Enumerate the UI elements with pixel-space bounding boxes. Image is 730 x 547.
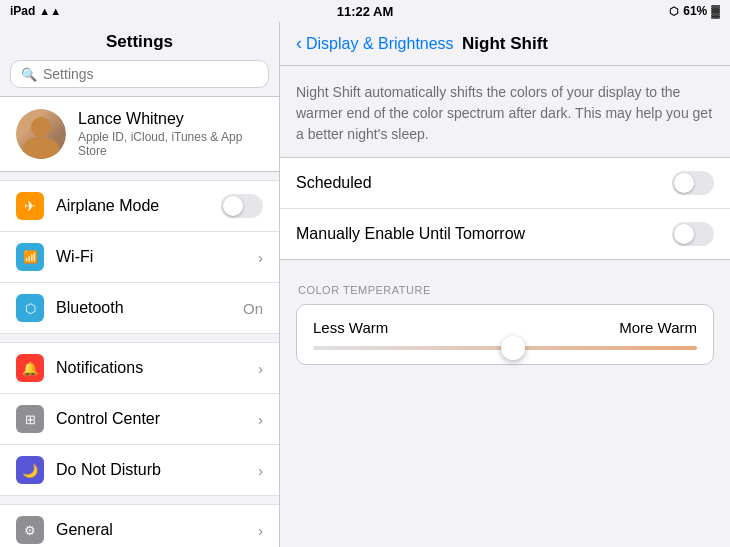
manually-label: Manually Enable Until Tomorrow <box>296 225 662 243</box>
sidebar-item-wifi[interactable]: 📶 Wi-Fi › <box>0 232 279 283</box>
wifi-chevron: › <box>258 249 263 266</box>
temperature-slider-thumb[interactable] <box>501 336 525 360</box>
settings-group-2: 🔔 Notifications › ⊞ Control Center › 🌙 D… <box>0 342 279 496</box>
bluetooth-label: ⬡ <box>669 5 679 18</box>
settings-group-3: ⚙ General › AA Display & Brightness <box>0 504 279 547</box>
sidebar: Settings 🔍 Lance Whitney Apple ID, iClou… <box>0 22 280 547</box>
search-icon: 🔍 <box>21 67 37 82</box>
wifi-label: Wi-Fi <box>56 248 246 266</box>
scheduled-row[interactable]: Scheduled <box>280 158 730 208</box>
search-input[interactable] <box>43 66 258 82</box>
wifi-icon-item: 📶 <box>16 243 44 271</box>
notifications-label: Notifications <box>56 359 246 377</box>
back-button[interactable]: ‹ Display & Brightness <box>296 33 454 54</box>
airplane-icon: ✈ <box>16 192 44 220</box>
notifications-icon: 🔔 <box>16 354 44 382</box>
scheduled-label: Scheduled <box>296 174 662 192</box>
bluetooth-label: Bluetooth <box>56 299 231 317</box>
user-subtitle: Apple ID, iCloud, iTunes & App Store <box>78 130 263 158</box>
color-temperature-section: COLOR TEMPERATURE Less Warm More Warm <box>280 284 730 365</box>
ipad-label: iPad <box>10 4 35 18</box>
temp-labels: Less Warm More Warm <box>313 319 697 336</box>
sidebar-item-bluetooth[interactable]: ⬡ Bluetooth On <box>0 283 279 334</box>
bluetooth-icon-item: ⬡ <box>16 294 44 322</box>
sidebar-item-general[interactable]: ⚙ General › <box>0 504 279 547</box>
search-bar[interactable]: 🔍 <box>10 60 269 88</box>
general-label: General <box>56 521 246 539</box>
temperature-slider-track[interactable] <box>313 346 697 350</box>
battery-percent: 61% <box>683 4 707 18</box>
general-icon: ⚙ <box>16 516 44 544</box>
airplane-toggle[interactable] <box>221 194 263 218</box>
sidebar-item-do-not-disturb[interactable]: 🌙 Do Not Disturb › <box>0 445 279 496</box>
airplane-label: Airplane Mode <box>56 197 209 215</box>
less-warm-label: Less Warm <box>313 319 388 336</box>
status-left: iPad ▲▲ <box>10 4 61 18</box>
back-label[interactable]: Display & Brightness <box>306 35 454 53</box>
wifi-icon: ▲▲ <box>39 5 61 17</box>
user-name: Lance Whitney <box>78 110 263 128</box>
sidebar-item-notifications[interactable]: 🔔 Notifications › <box>0 342 279 394</box>
back-chevron-icon: ‹ <box>296 33 302 54</box>
color-temp-card: Less Warm More Warm <box>296 304 714 365</box>
do-not-disturb-icon: 🌙 <box>16 456 44 484</box>
manually-row[interactable]: Manually Enable Until Tomorrow <box>280 208 730 259</box>
description-text: Night Shift automatically shifts the col… <box>280 66 730 157</box>
user-profile[interactable]: Lance Whitney Apple ID, iCloud, iTunes &… <box>0 96 279 172</box>
battery-icon: ▓ <box>711 4 720 18</box>
avatar <box>16 109 66 159</box>
scheduled-toggle[interactable] <box>672 171 714 195</box>
sidebar-title: Settings <box>0 22 279 60</box>
settings-group-1: ✈ Airplane Mode 📶 Wi-Fi › ⬡ Bluetooth On <box>0 180 279 334</box>
detail-panel: ‹ Display & Brightness Night Shift Night… <box>280 22 730 547</box>
status-bar: iPad ▲▲ 11:22 AM ⬡ 61% ▓ <box>0 0 730 22</box>
status-time: 11:22 AM <box>337 4 394 19</box>
control-center-label: Control Center <box>56 410 246 428</box>
main-layout: Settings 🔍 Lance Whitney Apple ID, iClou… <box>0 22 730 547</box>
bluetooth-value: On <box>243 300 263 317</box>
user-info: Lance Whitney Apple ID, iCloud, iTunes &… <box>78 110 263 158</box>
detail-title: Night Shift <box>462 34 548 54</box>
control-center-icon: ⊞ <box>16 405 44 433</box>
sidebar-item-airplane[interactable]: ✈ Airplane Mode <box>0 180 279 232</box>
do-not-disturb-label: Do Not Disturb <box>56 461 246 479</box>
sidebar-item-control-center[interactable]: ⊞ Control Center › <box>0 394 279 445</box>
detail-header: ‹ Display & Brightness Night Shift <box>280 22 730 66</box>
color-temp-label: COLOR TEMPERATURE <box>296 284 714 296</box>
night-shift-settings: Scheduled Manually Enable Until Tomorrow <box>280 157 730 260</box>
status-right: ⬡ 61% ▓ <box>669 4 720 18</box>
more-warm-label: More Warm <box>619 319 697 336</box>
manually-toggle[interactable] <box>672 222 714 246</box>
